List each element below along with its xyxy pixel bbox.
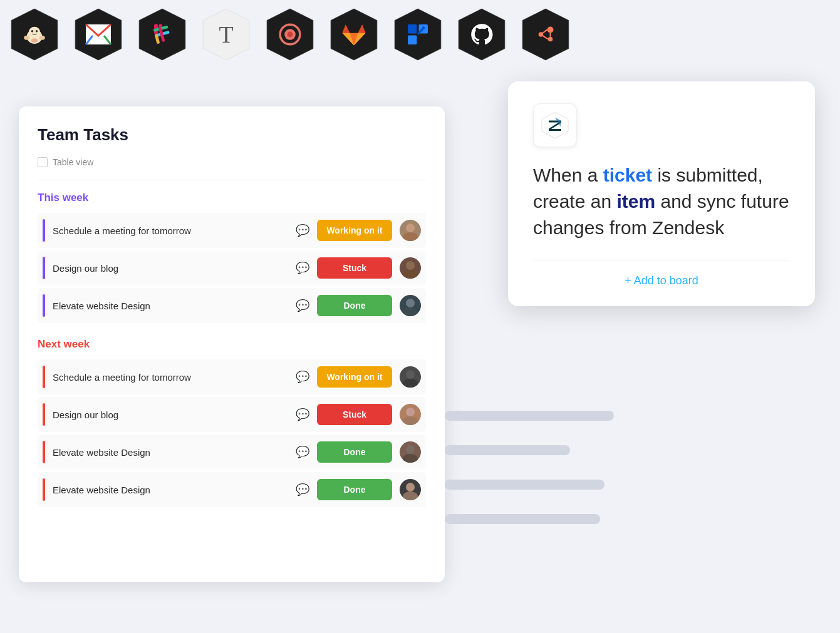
table-view-label: Table view xyxy=(53,157,93,167)
svg-point-4 xyxy=(29,27,40,37)
chat-icon[interactable]: 💬 xyxy=(296,370,309,384)
svg-point-50 xyxy=(406,483,415,491)
svg-line-36 xyxy=(541,34,547,39)
divider xyxy=(38,180,426,180)
zendesk-card: When a ticket is submitted, create an it… xyxy=(508,81,815,306)
task-name: Elevate website Design xyxy=(53,301,288,311)
this-week-section: This week Schedule a meeting for tomorro… xyxy=(38,192,426,323)
svg-point-51 xyxy=(403,491,418,500)
gray-bar xyxy=(445,445,570,455)
table-row: Elevate website Design 💬 Done xyxy=(38,472,426,507)
svg-point-49 xyxy=(403,454,418,463)
task-indicator xyxy=(43,366,45,388)
avatar xyxy=(400,366,421,388)
avatar xyxy=(400,441,421,463)
svg-line-35 xyxy=(541,29,547,34)
task-name: Design our blog xyxy=(53,263,288,274)
task-indicator xyxy=(43,257,45,279)
svg-point-32 xyxy=(547,26,554,33)
task-name: Elevate website Design xyxy=(53,485,288,495)
task-board: Team Tasks Table view This week Schedule… xyxy=(19,106,445,582)
avatar xyxy=(400,295,421,316)
svg-point-42 xyxy=(406,299,415,307)
svg-point-47 xyxy=(403,416,418,425)
task-indicator xyxy=(43,403,45,426)
next-week-title: Next week xyxy=(38,338,426,351)
zendesk-logo xyxy=(533,103,577,147)
svg-point-44 xyxy=(406,370,415,379)
chat-icon[interactable]: 💬 xyxy=(296,445,309,459)
jira-icon[interactable] xyxy=(390,6,446,63)
toggl-icon[interactable] xyxy=(262,6,318,63)
zendesk-ticket-highlight: ticket xyxy=(603,165,652,185)
status-badge[interactable]: Stuck xyxy=(317,257,392,279)
task-name: Elevate website Design xyxy=(53,447,288,458)
status-badge[interactable]: Working on it xyxy=(317,220,392,241)
status-badge[interactable]: Stuck xyxy=(317,404,392,425)
github-icon[interactable] xyxy=(454,6,510,63)
card-divider xyxy=(533,260,790,260)
task-name: Design our blog xyxy=(53,409,288,420)
table-row: Schedule a meeting for tomorrow 💬 Workin… xyxy=(38,359,426,394)
table-row: Design our blog 💬 Stuck xyxy=(38,250,426,286)
gitlab-icon[interactable] xyxy=(326,6,382,63)
table-row: Elevate website Design 💬 Done xyxy=(38,435,426,470)
zendesk-description: When a ticket is submitted, create an it… xyxy=(533,162,790,241)
gray-bar xyxy=(445,480,604,490)
avatar xyxy=(400,404,421,425)
chat-icon[interactable]: 💬 xyxy=(296,408,309,421)
avatar xyxy=(400,220,421,241)
task-indicator xyxy=(43,441,45,463)
svg-rect-29 xyxy=(408,36,417,44)
task-indicator xyxy=(43,219,45,242)
gray-bar xyxy=(445,411,614,421)
twist-icon[interactable]: T xyxy=(198,6,254,63)
svg-point-3 xyxy=(39,36,45,40)
svg-point-24 xyxy=(288,32,293,38)
gmail-icon[interactable] xyxy=(70,6,127,63)
chat-icon[interactable]: 💬 xyxy=(296,224,309,237)
integration-icons-row: T xyxy=(6,6,574,63)
chat-icon[interactable]: 💬 xyxy=(296,483,309,497)
svg-point-41 xyxy=(403,270,418,279)
task-name: Schedule a meeting for tomorrow xyxy=(53,225,288,236)
table-view-checkbox[interactable] xyxy=(38,157,48,167)
slack-icon[interactable] xyxy=(134,6,190,63)
zendesk-item-highlight: item xyxy=(616,191,655,212)
svg-point-5 xyxy=(31,30,34,33)
add-to-board-button[interactable]: + Add to board xyxy=(533,274,790,287)
svg-rect-27 xyxy=(408,24,417,33)
svg-point-34 xyxy=(548,37,553,42)
svg-point-48 xyxy=(406,445,415,454)
chat-icon[interactable]: 💬 xyxy=(296,261,309,275)
avatar xyxy=(400,479,421,500)
svg-point-40 xyxy=(406,261,415,270)
status-badge[interactable]: Done xyxy=(317,295,392,316)
task-indicator xyxy=(43,294,45,317)
svg-point-38 xyxy=(406,224,415,232)
status-badge[interactable]: Done xyxy=(317,441,392,463)
svg-point-7 xyxy=(31,38,38,43)
table-row: Design our blog 💬 Stuck xyxy=(38,397,426,432)
table-view-row: Table view xyxy=(38,157,426,167)
task-name: Schedule a meeting for tomorrow xyxy=(53,372,288,383)
svg-point-6 xyxy=(36,30,38,33)
gray-bars-area xyxy=(445,398,614,536)
hubspot-icon[interactable] xyxy=(517,6,574,63)
svg-point-2 xyxy=(24,36,29,40)
board-title: Team Tasks xyxy=(38,125,426,145)
chat-icon[interactable]: 💬 xyxy=(296,299,309,312)
this-week-title: This week xyxy=(38,192,426,204)
svg-point-39 xyxy=(403,232,418,241)
svg-point-46 xyxy=(406,408,415,416)
mailchimp-icon[interactable] xyxy=(6,6,63,63)
next-week-section: Next week Schedule a meeting for tomorro… xyxy=(38,338,426,507)
avatar xyxy=(400,257,421,279)
status-badge[interactable]: Done xyxy=(317,479,392,500)
gray-bar xyxy=(445,514,600,524)
zendesk-text-part1: When a xyxy=(533,165,603,185)
table-row: Schedule a meeting for tomorrow 💬 Workin… xyxy=(38,213,426,248)
svg-point-43 xyxy=(403,307,418,316)
svg-point-45 xyxy=(403,379,418,388)
status-badge[interactable]: Working on it xyxy=(317,366,392,388)
